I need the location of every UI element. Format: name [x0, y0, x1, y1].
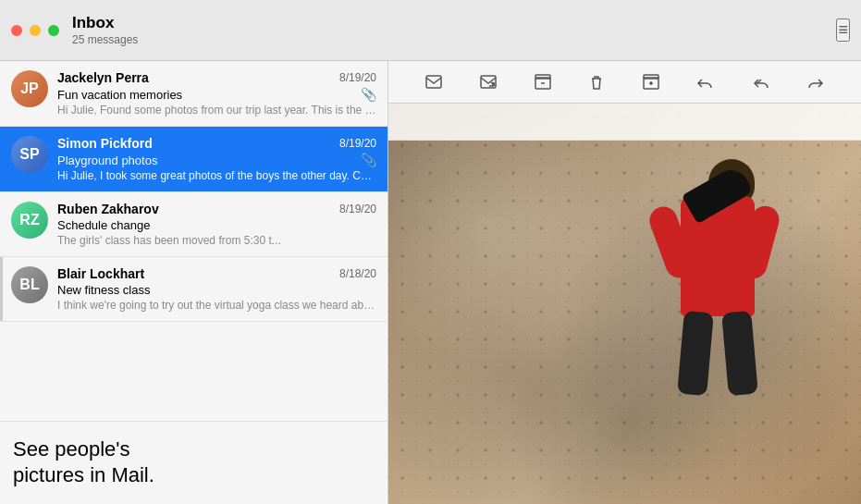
message-preview: I think we're going to try out the virtu…	[57, 299, 376, 312]
message-date: 8/18/20	[339, 267, 376, 280]
person-figure	[658, 159, 769, 418]
close-button[interactable]	[11, 25, 22, 36]
message-item[interactable]: JP Jackelyn Perra 8/19/20 Fun vacation m…	[0, 61, 387, 127]
person-leg-right	[721, 311, 758, 396]
message-item[interactable]: RZ Ruben Zakharov 8/19/20 Schedule chang…	[0, 192, 387, 257]
subject-row: Playground photos 📎	[57, 153, 376, 167]
message-header: Jackelyn Perra 8/19/20	[57, 70, 376, 85]
sender-name: Jackelyn Perra	[57, 70, 149, 85]
main-content: JP Jackelyn Perra 8/19/20 Fun vacation m…	[0, 61, 861, 504]
email-preview	[388, 104, 861, 504]
message-preview: Hi Julie, Found some photos from our tri…	[57, 104, 376, 117]
inbox-info: Inbox 25 messages	[72, 14, 836, 46]
sender-name: Simon Pickford	[57, 136, 153, 151]
subject-row: Schedule change	[57, 218, 376, 232]
window-controls	[11, 25, 59, 36]
filter-button[interactable]: ≡	[836, 18, 850, 42]
message-date: 8/19/20	[339, 71, 376, 84]
annotation: See people'spictures in Mail.	[0, 421, 387, 504]
message-item[interactable]: SP Simon Pickford 8/19/20 Playground pho…	[0, 127, 387, 192]
right-panel	[388, 61, 861, 504]
inbox-subtitle: 25 messages	[72, 33, 836, 46]
attachment-icon: 📎	[361, 153, 376, 167]
minimize-button[interactable]	[30, 25, 41, 36]
reply-button[interactable]	[688, 69, 721, 95]
message-header: Blair Lockhart 8/18/20	[57, 266, 376, 281]
sender-name: Ruben Zakharov	[57, 202, 159, 216]
message-body: Jackelyn Perra 8/19/20 Fun vacation memo…	[57, 70, 376, 117]
message-body: Simon Pickford 8/19/20 Playground photos…	[57, 136, 376, 182]
avatar: SP	[11, 136, 48, 173]
message-date: 8/19/20	[339, 203, 376, 215]
message-date: 8/19/20	[339, 137, 376, 150]
new-message-button[interactable]	[417, 69, 450, 95]
svg-rect-0	[426, 76, 441, 88]
photo-top-strip	[388, 104, 861, 141]
avatar: RZ	[11, 202, 48, 239]
message-body: Ruben Zakharov 8/19/20 Schedule change T…	[57, 202, 376, 247]
title-bar: Inbox 25 messages ≡	[0, 0, 861, 61]
annotation-text: See people'spictures in Mail.	[13, 436, 375, 489]
maximize-button[interactable]	[48, 25, 59, 36]
avatar: BL	[11, 266, 48, 303]
svg-rect-3	[535, 75, 550, 79]
message-preview: Hi Julie, I took some great photos of th…	[57, 169, 376, 182]
attachment-icon: 📎	[361, 87, 376, 102]
person-legs	[676, 312, 759, 404]
message-subject: Schedule change	[57, 218, 150, 232]
message-list: JP Jackelyn Perra 8/19/20 Fun vacation m…	[0, 61, 387, 421]
message-subject: Playground photos	[57, 154, 157, 167]
message-subject: New fitness class	[57, 283, 150, 297]
email-toolbar	[388, 61, 861, 104]
subject-row: Fun vacation memories 📎	[57, 87, 376, 102]
message-subject: Fun vacation memories	[57, 88, 182, 102]
reply-all-button[interactable]	[743, 69, 778, 95]
delete-button[interactable]	[580, 69, 613, 95]
compose-button[interactable]	[472, 69, 505, 95]
person-leg-left	[677, 311, 714, 396]
photo-content	[388, 104, 861, 504]
sender-name: Blair Lockhart	[57, 266, 144, 281]
message-item[interactable]: BL Blair Lockhart 8/18/20 New fitness cl…	[0, 257, 387, 322]
subject-row: New fitness class	[57, 283, 376, 297]
junk-button[interactable]	[634, 69, 668, 95]
archive-button[interactable]	[526, 69, 560, 95]
avatar: JP	[11, 70, 48, 107]
message-body: Blair Lockhart 8/18/20 New fitness class…	[57, 266, 376, 312]
forward-button[interactable]	[799, 69, 832, 95]
svg-rect-5	[644, 75, 658, 79]
inbox-title: Inbox	[72, 14, 836, 32]
message-header: Ruben Zakharov 8/19/20	[57, 202, 376, 216]
message-header: Simon Pickford 8/19/20	[57, 136, 376, 151]
left-panel: JP Jackelyn Perra 8/19/20 Fun vacation m…	[0, 61, 388, 504]
message-preview: The girls' class has been moved from 5:3…	[57, 234, 376, 247]
